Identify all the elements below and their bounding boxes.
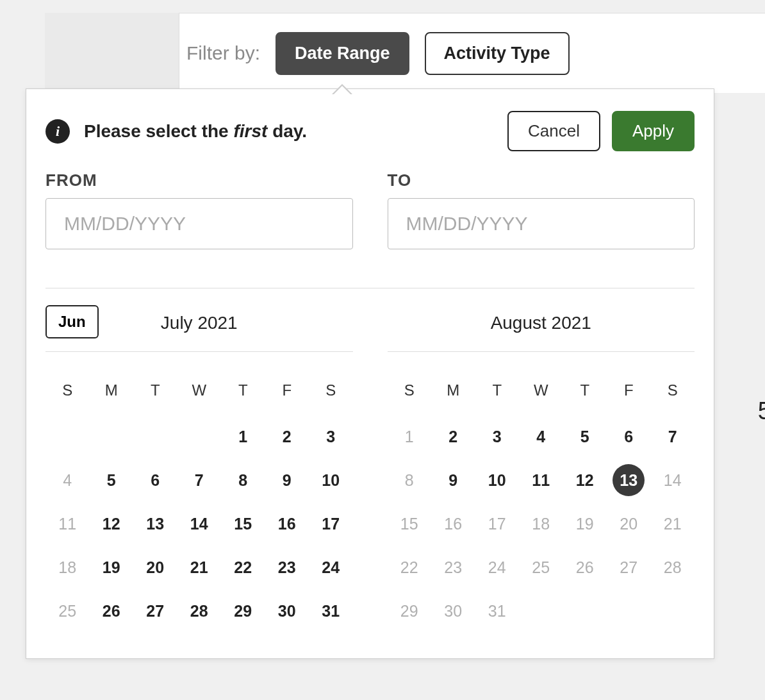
day-cell[interactable]: 9 xyxy=(431,458,475,502)
day-cell[interactable]: 26 xyxy=(563,546,607,589)
day-header: T xyxy=(133,372,177,415)
background-partial-text: 5 xyxy=(758,397,765,425)
filter-by-label: Filter by: xyxy=(186,42,260,64)
popover-header: i Please select the first day. Cancel Ap… xyxy=(45,111,695,151)
day-cell[interactable]: 10 xyxy=(475,458,520,502)
day-cell[interactable]: 16 xyxy=(431,502,475,546)
day-cell[interactable]: 25 xyxy=(45,589,90,633)
day-cell-empty xyxy=(90,415,134,458)
day-cell[interactable]: 29 xyxy=(388,589,432,633)
day-cell[interactable]: 22 xyxy=(221,546,265,589)
from-date-input[interactable] xyxy=(45,198,353,249)
day-header: W xyxy=(519,372,563,415)
calendar-left: July 2021 SMTWTFS12345678910111213141516… xyxy=(45,305,353,633)
calendar-right: August 2021 SMTWTFS123456789101112131415… xyxy=(388,305,695,633)
day-cell[interactable]: 23 xyxy=(431,546,475,589)
day-cell[interactable]: 28 xyxy=(651,546,695,589)
day-cell[interactable]: 27 xyxy=(133,589,177,633)
day-cell[interactable]: 11 xyxy=(519,458,563,502)
filter-date-range-button[interactable]: Date Range xyxy=(276,32,409,75)
day-cell[interactable]: 24 xyxy=(475,546,520,589)
day-header: M xyxy=(431,372,475,415)
date-inputs-row: FROM TO xyxy=(45,171,695,249)
day-header: M xyxy=(90,372,134,415)
day-cell[interactable]: 4 xyxy=(519,415,563,458)
day-cell[interactable]: 19 xyxy=(90,546,134,589)
day-cell[interactable]: 29 xyxy=(221,589,265,633)
to-date-input[interactable] xyxy=(388,198,695,249)
day-cell[interactable]: 18 xyxy=(519,502,563,546)
day-cell[interactable]: 27 xyxy=(607,546,651,589)
day-header: S xyxy=(45,372,90,415)
day-cell[interactable]: 5 xyxy=(90,458,134,502)
day-cell[interactable]: 20 xyxy=(133,546,177,589)
apply-button[interactable]: Apply xyxy=(612,111,695,151)
day-cell[interactable]: 13 xyxy=(133,502,177,546)
day-cell[interactable]: 23 xyxy=(265,546,309,589)
day-cell[interactable]: 14 xyxy=(651,458,695,502)
cancel-button[interactable]: Cancel xyxy=(507,111,600,151)
day-cell[interactable]: 26 xyxy=(90,589,134,633)
day-cell[interactable]: 31 xyxy=(309,589,353,633)
day-cell[interactable]: 15 xyxy=(221,502,265,546)
day-cell[interactable]: 20 xyxy=(607,502,651,546)
day-cell[interactable]: 2 xyxy=(265,415,309,458)
day-cell[interactable]: 6 xyxy=(133,458,177,502)
day-cell[interactable]: 22 xyxy=(388,546,432,589)
day-cell[interactable]: 13 xyxy=(607,458,651,502)
day-cell[interactable]: 2 xyxy=(431,415,475,458)
day-cell-empty xyxy=(133,415,177,458)
day-cell[interactable]: 10 xyxy=(309,458,353,502)
calendar-right-grid: SMTWTFS123456789101112131415161718192021… xyxy=(388,372,695,633)
day-cell[interactable]: 17 xyxy=(475,502,520,546)
day-cell[interactable]: 1 xyxy=(221,415,265,458)
day-cell[interactable]: 12 xyxy=(90,502,134,546)
day-cell[interactable]: 15 xyxy=(388,502,432,546)
day-cell[interactable]: 5 xyxy=(563,415,607,458)
day-header: F xyxy=(265,372,309,415)
day-cell[interactable]: 31 xyxy=(475,589,520,633)
day-cell[interactable]: 1 xyxy=(388,415,432,458)
day-cell[interactable]: 7 xyxy=(177,458,222,502)
day-header: T xyxy=(563,372,607,415)
day-cell[interactable]: 6 xyxy=(607,415,651,458)
day-cell[interactable]: 18 xyxy=(45,546,90,589)
day-cell[interactable]: 25 xyxy=(519,546,563,589)
day-cell[interactable]: 16 xyxy=(265,502,309,546)
instruction-post: day. xyxy=(267,121,307,141)
calendar-left-grid: SMTWTFS123456789101112131415161718192021… xyxy=(45,372,353,633)
to-group: TO xyxy=(388,171,695,249)
instruction-group: i Please select the first day. xyxy=(45,119,307,144)
day-cell[interactable]: 30 xyxy=(265,589,309,633)
calendar-right-title: August 2021 xyxy=(388,305,695,352)
day-cell[interactable]: 3 xyxy=(475,415,520,458)
day-header: W xyxy=(177,372,222,415)
day-cell[interactable]: 4 xyxy=(45,458,90,502)
day-cell[interactable]: 7 xyxy=(651,415,695,458)
from-group: FROM xyxy=(45,171,353,249)
day-cell[interactable]: 11 xyxy=(45,502,90,546)
filter-activity-type-button[interactable]: Activity Type xyxy=(425,32,570,75)
day-cell[interactable]: 3 xyxy=(309,415,353,458)
day-header: S xyxy=(651,372,695,415)
day-cell[interactable]: 30 xyxy=(431,589,475,633)
day-cell[interactable]: 28 xyxy=(177,589,222,633)
day-cell[interactable]: 24 xyxy=(309,546,353,589)
day-header: S xyxy=(309,372,353,415)
action-buttons: Cancel Apply xyxy=(507,111,695,151)
day-cell[interactable]: 21 xyxy=(651,502,695,546)
day-cell[interactable]: 14 xyxy=(177,502,222,546)
day-cell[interactable]: 12 xyxy=(563,458,607,502)
instruction-pre: Please select the xyxy=(84,121,233,141)
day-cell[interactable]: 17 xyxy=(309,502,353,546)
to-label: TO xyxy=(388,171,695,190)
day-cell[interactable]: 19 xyxy=(563,502,607,546)
instruction-text: Please select the first day. xyxy=(84,121,307,142)
day-cell[interactable]: 9 xyxy=(265,458,309,502)
day-header: T xyxy=(221,372,265,415)
day-cell[interactable]: 8 xyxy=(221,458,265,502)
day-cell[interactable]: 21 xyxy=(177,546,222,589)
divider xyxy=(45,288,695,288)
prev-month-button[interactable]: Jun xyxy=(45,305,99,338)
day-cell[interactable]: 8 xyxy=(388,458,432,502)
